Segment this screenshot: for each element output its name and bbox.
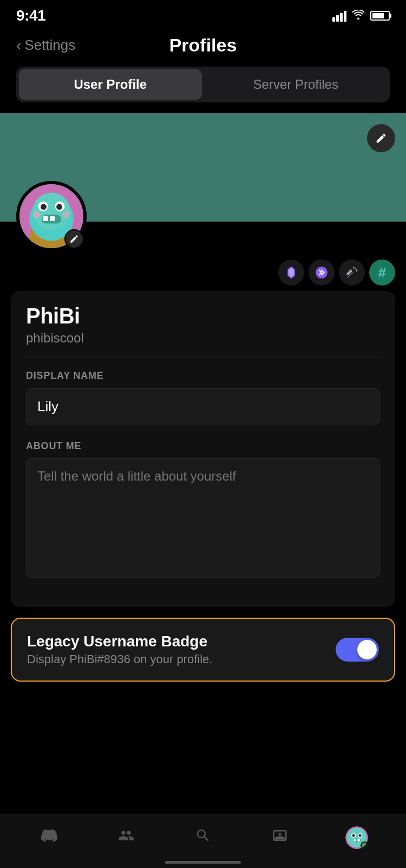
search-icon bbox=[195, 827, 211, 847]
mentions-icon bbox=[272, 827, 288, 847]
legacy-badge-toggle[interactable] bbox=[336, 638, 379, 662]
badge-hammer bbox=[339, 260, 365, 286]
tab-server-profiles[interactable]: Server Profiles bbox=[205, 69, 388, 100]
nav-home[interactable] bbox=[11, 827, 88, 847]
nav-search[interactable] bbox=[165, 827, 241, 847]
svg-point-20 bbox=[352, 834, 355, 837]
svg-point-3 bbox=[33, 192, 70, 230]
legacy-badge-section: Legacy Username Badge Display PhiBi#8936… bbox=[11, 618, 395, 682]
profile-divider bbox=[26, 358, 380, 358]
back-chevron-icon: ‹ bbox=[16, 38, 21, 53]
svg-point-11 bbox=[33, 211, 40, 218]
friends-icon bbox=[118, 827, 134, 847]
page-title: Profiles bbox=[169, 35, 237, 56]
bottom-nav bbox=[0, 814, 406, 868]
badge-crystal bbox=[278, 260, 304, 286]
about-me-label: ABOUT ME bbox=[26, 441, 380, 452]
status-icons bbox=[332, 9, 390, 23]
svg-point-12 bbox=[63, 211, 70, 218]
profile-card: PhiBi phibiscool DISPLAY NAME ABOUT ME bbox=[11, 291, 395, 607]
online-indicator bbox=[361, 841, 368, 849]
svg-point-7 bbox=[56, 204, 62, 210]
display-name-input[interactable] bbox=[26, 388, 380, 425]
profile-username: phibiscool bbox=[26, 331, 380, 346]
legacy-badge-title: Legacy Username Badge bbox=[27, 633, 212, 650]
toggle-thumb bbox=[357, 640, 377, 659]
display-name-label: DISPLAY NAME bbox=[26, 370, 380, 381]
svg-point-21 bbox=[359, 834, 362, 837]
edit-banner-button[interactable] bbox=[367, 124, 395, 152]
tab-bar: User Profile Server Profiles bbox=[16, 67, 390, 102]
toggle-track bbox=[336, 638, 379, 662]
home-indicator bbox=[165, 861, 241, 864]
profile-avatar-nav bbox=[345, 826, 368, 849]
profile-avatar-wrapper bbox=[16, 181, 87, 251]
profile-banner bbox=[0, 113, 406, 222]
svg-rect-9 bbox=[43, 216, 48, 221]
status-bar: 9:41 bbox=[0, 0, 406, 29]
svg-rect-23 bbox=[353, 839, 356, 841]
signal-icon bbox=[332, 10, 346, 22]
battery-icon bbox=[370, 11, 390, 21]
svg-point-6 bbox=[41, 204, 47, 210]
home-icon bbox=[41, 827, 57, 847]
nav-header: ‹ Settings Profiles bbox=[0, 29, 406, 67]
edit-avatar-button[interactable] bbox=[64, 229, 84, 249]
legacy-badge-subtitle: Display PhiBi#8936 on your profile. bbox=[27, 652, 212, 666]
about-me-textarea[interactable] bbox=[26, 458, 380, 578]
svg-rect-10 bbox=[50, 216, 55, 221]
nav-mentions[interactable] bbox=[241, 827, 318, 847]
nav-friends[interactable] bbox=[88, 827, 165, 847]
back-label: Settings bbox=[24, 37, 75, 54]
profile-display-name: PhiBi bbox=[26, 304, 380, 328]
wifi-icon bbox=[352, 9, 365, 23]
status-time: 9:41 bbox=[16, 7, 45, 24]
svg-rect-24 bbox=[357, 839, 360, 841]
legacy-badge-text: Legacy Username Badge Display PhiBi#8936… bbox=[27, 633, 212, 666]
badge-boost bbox=[309, 260, 335, 286]
tab-user-profile[interactable]: User Profile bbox=[19, 69, 202, 100]
badges-row: # bbox=[0, 254, 406, 291]
badge-hash: # bbox=[369, 260, 395, 286]
back-button[interactable]: ‹ Settings bbox=[16, 37, 75, 54]
nav-profile[interactable] bbox=[318, 826, 395, 849]
